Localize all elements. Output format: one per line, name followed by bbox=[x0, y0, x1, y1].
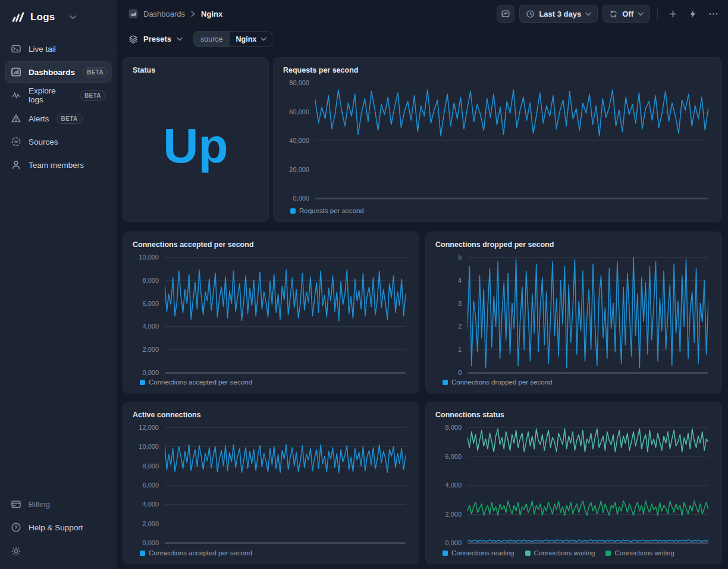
sidebar-item-label: Dashboards bbox=[29, 68, 75, 77]
topbar-actions: Last 3 days Off bbox=[497, 5, 721, 23]
y-axis-tick: 5 bbox=[458, 254, 462, 261]
legend-item[interactable]: Connections accepted per second bbox=[140, 549, 252, 557]
more-options-button[interactable] bbox=[705, 6, 721, 21]
presets-dropdown[interactable]: Presets bbox=[128, 35, 183, 44]
source-filter-value-text: Nginx bbox=[236, 35, 257, 43]
card-title: Connections dropped per second bbox=[435, 240, 712, 249]
sidebar-item-sources[interactable]: Sources bbox=[5, 131, 112, 152]
y-axis-tick: 0,000 bbox=[445, 539, 462, 546]
sidebar-nav: Live tail Dashboards BETA Explore logs B… bbox=[5, 38, 112, 177]
add-chart-button[interactable] bbox=[665, 6, 680, 21]
y-axis-tick: 6,000 bbox=[142, 300, 159, 307]
source-filter-dropdown[interactable]: source Nginx bbox=[193, 31, 272, 47]
legend-item[interactable]: Requests per second bbox=[290, 207, 364, 214]
legend-item[interactable]: Connections waiting bbox=[525, 549, 595, 557]
chart-plot-area bbox=[165, 427, 406, 543]
quick-actions-button[interactable] bbox=[685, 6, 701, 21]
y-axis-tick: 2,000 bbox=[445, 511, 462, 518]
tv-mode-button[interactable] bbox=[497, 5, 514, 23]
sidebar-item-dashboards[interactable]: Dashboards BETA bbox=[5, 61, 112, 83]
sidebar-item-label: Live tail bbox=[29, 45, 56, 54]
sidebar-item-label: Sources bbox=[29, 137, 58, 146]
y-axis-tick: 8,000 bbox=[142, 462, 159, 470]
chart-series-svg bbox=[165, 257, 406, 373]
legend-label: Connections waiting bbox=[534, 549, 595, 557]
sidebar: Logs Live tail Dashboards BETA bbox=[0, 0, 117, 569]
breadcrumb-current: Nginx bbox=[201, 10, 222, 18]
chart-series-svg bbox=[315, 83, 708, 198]
y-axis: 8,0006,0004,0002,0000,000 bbox=[435, 427, 467, 543]
breadcrumb: Dashboards Nginx bbox=[128, 9, 222, 18]
legend-item[interactable]: Connections dropped per second bbox=[443, 379, 552, 386]
refresh-icon bbox=[609, 10, 618, 18]
chart-series-svg bbox=[467, 257, 708, 373]
beta-badge: BETA bbox=[82, 67, 108, 77]
legend-marker bbox=[605, 551, 611, 556]
sidebar-item-label: Team members bbox=[29, 161, 84, 170]
topbar: Dashboards Nginx Last 3 days bbox=[117, 0, 728, 27]
presets-label: Presets bbox=[143, 35, 171, 43]
auto-refresh-label: Off bbox=[622, 10, 633, 18]
sidebar-item-explore-logs[interactable]: Explore logs BETA bbox=[5, 85, 112, 106]
connections-status-card: Connections status 8,0006,0004,0002,0000… bbox=[425, 402, 722, 564]
y-axis-tick: 80,000 bbox=[289, 79, 309, 86]
sidebar-item-label: Help & Support bbox=[29, 523, 83, 532]
sidebar-item-alerts[interactable]: Alerts BETA bbox=[5, 108, 112, 129]
theme-toggle-button[interactable] bbox=[11, 546, 21, 556]
y-axis-tick: 0,000 bbox=[293, 195, 309, 202]
active-connections-card: Active connections 12,00010,0008,0006,00… bbox=[123, 402, 419, 564]
y-axis-tick: 60,000 bbox=[289, 108, 309, 115]
waveform-icon bbox=[11, 90, 21, 101]
app-window: Logs Live tail Dashboards BETA bbox=[0, 0, 728, 569]
y-axis-tick: 6,000 bbox=[445, 453, 462, 460]
y-axis-tick: 8,000 bbox=[445, 424, 462, 431]
y-axis-tick: 4,000 bbox=[142, 501, 159, 508]
sidebar-item-live-tail[interactable]: Live tail bbox=[5, 38, 112, 60]
sidebar-item-billing[interactable]: Billing bbox=[5, 493, 112, 515]
chevron-down-icon bbox=[177, 37, 183, 41]
chart-legend: Connections dropped per second bbox=[443, 374, 712, 386]
card-title: Connections accepted per second bbox=[133, 240, 409, 249]
legend-marker bbox=[290, 208, 296, 214]
y-axis: 80,00060,00040,00020,0000,000 bbox=[283, 83, 315, 198]
y-axis-tick: 4,000 bbox=[142, 323, 159, 330]
source-circle-icon bbox=[11, 136, 21, 147]
legend-label: Connections dropped per second bbox=[451, 379, 552, 386]
card-title: Connections status bbox=[435, 411, 712, 419]
chevron-down-icon bbox=[585, 12, 591, 16]
y-axis: 10,0008,0006,0004,0002,0000,000 bbox=[133, 257, 165, 373]
time-range-button[interactable]: Last 3 days bbox=[519, 5, 598, 23]
chevron-down-icon bbox=[638, 12, 644, 16]
status-card: Status Up bbox=[123, 57, 269, 222]
card-title: Active connections bbox=[133, 411, 409, 419]
line-chart: 543210 bbox=[435, 257, 712, 373]
source-filter-value: Nginx bbox=[230, 32, 272, 46]
clock-icon bbox=[526, 10, 535, 18]
workspace-switcher[interactable]: Logs bbox=[5, 0, 112, 35]
legend-item[interactable]: Connections accepted per second bbox=[140, 379, 252, 386]
legend-item[interactable]: Connections reading bbox=[443, 549, 514, 557]
sidebar-bottom: Billing ? Help & Support bbox=[5, 493, 112, 569]
breadcrumb-dashboards[interactable]: Dashboards bbox=[143, 10, 185, 18]
dashboard-content: Status Up Requests per second 80,00060,0… bbox=[117, 51, 728, 569]
beta-badge: BETA bbox=[80, 90, 106, 101]
y-axis: 12,00010,0008,0006,0004,0002,0000,000 bbox=[133, 427, 165, 543]
chart-plot-area bbox=[315, 83, 708, 198]
chart-series-svg bbox=[467, 427, 708, 543]
auto-refresh-button[interactable]: Off bbox=[603, 5, 650, 23]
chart-legend: Connections accepted per second bbox=[140, 374, 409, 386]
chevron-down-icon bbox=[70, 15, 76, 20]
sidebar-item-team-members[interactable]: Team members bbox=[5, 154, 112, 176]
status-value: Up bbox=[163, 118, 228, 170]
source-filter-key: source bbox=[194, 32, 230, 46]
y-axis-tick: 1 bbox=[458, 346, 462, 353]
y-axis-tick: 2,000 bbox=[142, 346, 159, 353]
sun-icon bbox=[11, 546, 21, 556]
warning-triangle-icon bbox=[11, 113, 21, 124]
y-axis-tick: 3 bbox=[458, 300, 462, 307]
legend-item[interactable]: Connections writing bbox=[605, 549, 674, 557]
y-axis-tick: 6,000 bbox=[142, 482, 159, 489]
legend-marker bbox=[525, 551, 531, 556]
y-axis-tick: 40,000 bbox=[289, 137, 309, 144]
sidebar-item-help-support[interactable]: ? Help & Support bbox=[5, 517, 112, 538]
